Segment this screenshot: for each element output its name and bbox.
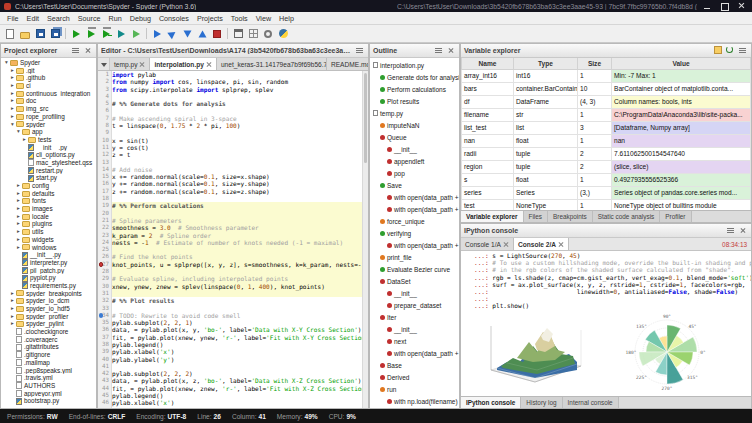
menu-run[interactable]: Run — [105, 13, 126, 24]
gutter-line[interactable]: 25 — [98, 246, 111, 253]
code-line[interactable]: # Add noise — [112, 166, 368, 173]
outline-item[interactable]: prepare_dataset — [370, 299, 459, 311]
code-line[interactable]: fit, = pylab.plot(xnew, ynew, 'r-', labe… — [112, 334, 368, 341]
gutter-line[interactable]: 26 — [98, 253, 111, 260]
chevron-icon[interactable]: ▸ — [9, 320, 16, 328]
close-tab-icon[interactable] — [558, 241, 564, 247]
gutter-line[interactable]: 39 — [98, 348, 111, 355]
code-line[interactable]: pylab.ylabel('y') — [112, 356, 368, 363]
code-line[interactable]: smoothness = 3.0 # Smoothness parameter — [112, 224, 368, 231]
chevron-icon[interactable]: ▸ — [15, 228, 22, 236]
tree-item[interactable]: ▾app — [1, 128, 96, 136]
plugin-tab[interactable]: Profiler — [660, 211, 691, 222]
variable-row[interactable]: array_int16int161Min: -7 Max: 1 — [462, 69, 751, 82]
tree-item[interactable]: ▾spyder — [1, 121, 96, 129]
code-line[interactable]: # Spline parameters — [112, 217, 368, 224]
maximize-button[interactable] — [718, 1, 731, 11]
variable-row[interactable]: sfloat10.4927935556525366 — [462, 173, 751, 186]
code-line[interactable]: nests = -1 # Estimate of number of knots… — [112, 239, 368, 246]
tree-item[interactable]: .travis.yml — [1, 374, 96, 382]
tree-item[interactable]: ▸tests — [1, 136, 96, 144]
step-into-button[interactable] — [180, 27, 194, 41]
gutter-line[interactable]: 9 — [98, 129, 111, 136]
outline-item[interactable]: with open(data_path + output_fil... — [370, 203, 459, 215]
chevron-icon[interactable]: ▸ — [15, 205, 22, 213]
code-line[interactable]: # %% Perform calculations — [112, 202, 368, 209]
editor-tab[interactable]: unet_keras-31.14179ea7b9f69b56.7f4db8d (… — [217, 58, 327, 70]
menu-file[interactable]: File — [3, 13, 23, 24]
code-line[interactable] — [112, 129, 368, 136]
code-line[interactable]: z += random.normal(scale=0.1, size=z.sha… — [112, 188, 368, 195]
tree-item[interactable]: ▸spyder_pylint — [1, 320, 96, 328]
close-tab-icon[interactable] — [206, 61, 212, 67]
tree-item[interactable]: pyplot.py — [1, 274, 96, 282]
gutter-line[interactable]: 1 — [98, 71, 111, 78]
code-line[interactable]: z = t — [112, 151, 368, 158]
breakpoint-icon[interactable] — [99, 262, 104, 267]
outline-options-button[interactable] — [434, 46, 444, 56]
tree-item[interactable]: bootstrap.py — [1, 397, 96, 405]
code-line[interactable] — [112, 210, 368, 217]
tree-item[interactable]: ▸img_src — [1, 105, 96, 113]
tree-item[interactable]: ▸spyder_profiler — [1, 313, 96, 321]
gutter-line[interactable]: 13 — [98, 159, 111, 166]
outline-item[interactable]: with open(data_path + output_fil... — [370, 191, 459, 203]
tree-item[interactable]: ▸.github — [1, 74, 96, 82]
close-tab-icon[interactable] — [139, 61, 145, 67]
tree-item[interactable]: ▸spyder_io_dcm — [1, 297, 96, 305]
chevron-icon[interactable]: ▸ — [9, 297, 16, 305]
code-line[interactable]: pylab.legend() — [112, 341, 368, 348]
console-tab[interactable]: Console 2/A — [514, 238, 569, 250]
tree-item[interactable]: ▸doc — [1, 97, 96, 105]
menu-tools[interactable]: Tools — [227, 13, 252, 24]
gutter-line[interactable]: 19 — [98, 202, 111, 209]
tree-item[interactable]: ▾Spyder — [1, 59, 96, 67]
gutter-line[interactable]: 43 — [98, 377, 111, 384]
code-line[interactable] — [112, 290, 368, 297]
editor-scrollbar[interactable] — [362, 71, 368, 408]
code-line[interactable]: pylab.subplot(2, 2, 2) — [112, 370, 368, 377]
column-header-size[interactable]: Size — [578, 58, 612, 69]
gutter-line[interactable]: 35 — [98, 319, 111, 326]
outline-item[interactable]: imputeNaN — [370, 119, 459, 131]
gutter-line[interactable]: 10 — [98, 137, 111, 144]
code-line[interactable] — [112, 107, 368, 114]
code-line[interactable] — [112, 159, 368, 166]
tree-item[interactable]: restart.py — [1, 167, 96, 175]
variable-row[interactable]: filenamestr1C:\ProgramData\Anaconda3\lib… — [462, 108, 751, 121]
gutter-line[interactable]: 2 — [98, 78, 111, 85]
code-area[interactable]: import pylabfrom numpy import cos, linsp… — [112, 71, 368, 408]
console-area-tab[interactable]: History log — [521, 397, 562, 408]
menu-projects[interactable]: Projects — [193, 13, 227, 24]
gutter-line[interactable]: 8 — [98, 122, 111, 129]
code-line[interactable]: x = sin(t) — [112, 137, 368, 144]
outline-item[interactable]: force_unique — [370, 215, 459, 227]
run-selection-button[interactable] — [129, 27, 143, 41]
chevron-icon[interactable]: ▸ — [9, 113, 16, 121]
chevron-icon[interactable]: ▸ — [9, 313, 16, 321]
console-body[interactable]: ...: s = LightSource(270, 45) ...: # To … — [461, 251, 751, 396]
console-area-tab[interactable]: Internal console — [563, 397, 619, 408]
tree-item[interactable]: cli_options.py — [1, 151, 96, 159]
rerun-cell-button[interactable] — [114, 27, 128, 41]
gutter-line[interactable]: 37 — [98, 334, 111, 341]
code-line[interactable]: from scipy.interpolate import splprep, s… — [112, 86, 368, 93]
tree-item[interactable]: .pep8speaks.yml — [1, 367, 96, 375]
gutter-line[interactable]: 42 — [98, 370, 111, 377]
outline-item[interactable]: __init__ — [370, 323, 459, 335]
code-line[interactable] — [112, 268, 368, 275]
gutter-line[interactable]: 41 — [98, 363, 111, 370]
tree-item[interactable]: ▸spyder_breakpoints — [1, 290, 96, 298]
gutter-line[interactable]: 4 — [98, 93, 111, 100]
variable-row[interactable]: regiontuple2(slice, slice) — [462, 160, 751, 173]
tree-item[interactable]: ▸continuous_integration — [1, 90, 96, 98]
chevron-icon[interactable]: ▸ — [9, 305, 16, 313]
close-tab-icon[interactable] — [503, 241, 509, 247]
code-line[interactable]: # TODO: Rewrite to avoid code smell — [112, 312, 368, 319]
import-data-button[interactable] — [714, 46, 724, 56]
code-line[interactable]: # %% Generate dots for analysis — [112, 100, 368, 107]
outline-item[interactable]: verifying — [370, 227, 459, 239]
run-cell-button[interactable] — [84, 27, 98, 41]
tree-item[interactable]: ▸.git — [1, 67, 96, 75]
layout-button[interactable] — [246, 27, 260, 41]
